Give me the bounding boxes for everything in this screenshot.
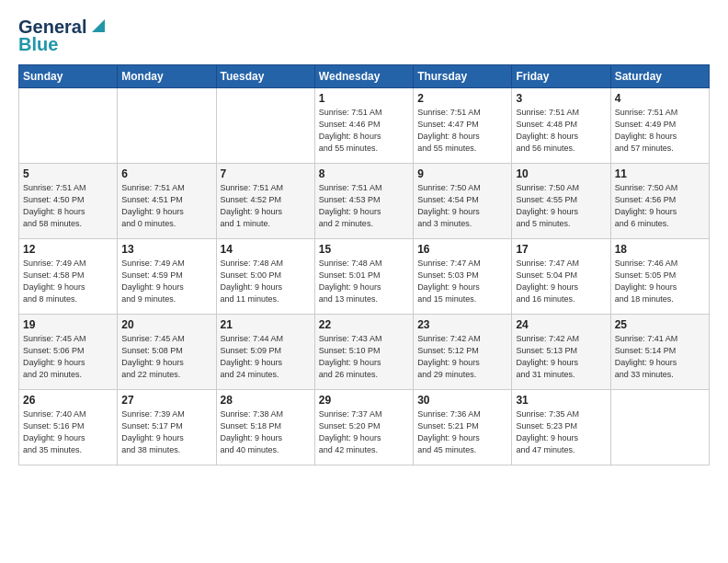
calendar-week-row: 19Sunrise: 7:45 AM Sunset: 5:06 PM Dayli…: [19, 315, 710, 390]
calendar-cell: [19, 88, 118, 164]
calendar-cell: 11Sunrise: 7:50 AM Sunset: 4:56 PM Dayli…: [610, 164, 709, 239]
calendar-cell: [216, 88, 314, 164]
day-info: Sunrise: 7:50 AM Sunset: 4:54 PM Dayligh…: [417, 182, 507, 230]
day-number: 29: [319, 394, 409, 407]
weekday-header: Wednesday: [314, 65, 413, 88]
day-number: 15: [319, 243, 409, 256]
calendar-cell: 14Sunrise: 7:48 AM Sunset: 5:00 PM Dayli…: [216, 239, 314, 315]
day-info: Sunrise: 7:51 AM Sunset: 4:53 PM Dayligh…: [319, 182, 409, 230]
day-info: Sunrise: 7:39 AM Sunset: 5:17 PM Dayligh…: [121, 408, 211, 456]
day-number: 12: [23, 243, 113, 256]
svg-marker-0: [92, 19, 105, 32]
calendar-cell: 25Sunrise: 7:41 AM Sunset: 5:14 PM Dayli…: [610, 315, 709, 390]
logo-blue: Blue: [18, 34, 58, 55]
calendar-cell: [610, 390, 709, 465]
calendar-cell: 8Sunrise: 7:51 AM Sunset: 4:53 PM Daylig…: [314, 164, 413, 239]
day-number: 22: [319, 318, 409, 331]
day-number: 5: [23, 167, 113, 180]
calendar-cell: 9Sunrise: 7:50 AM Sunset: 4:54 PM Daylig…: [414, 164, 512, 239]
weekday-header: Monday: [118, 65, 216, 88]
day-number: 9: [417, 167, 507, 180]
day-number: 27: [121, 394, 211, 407]
weekday-header: Sunday: [19, 65, 118, 88]
day-number: 20: [121, 318, 211, 331]
day-number: 4: [615, 92, 705, 105]
calendar-cell: 18Sunrise: 7:46 AM Sunset: 5:05 PM Dayli…: [610, 239, 709, 315]
day-number: 3: [516, 92, 606, 105]
calendar-cell: 6Sunrise: 7:51 AM Sunset: 4:51 PM Daylig…: [118, 164, 216, 239]
day-info: Sunrise: 7:37 AM Sunset: 5:20 PM Dayligh…: [319, 408, 409, 456]
calendar-cell: 12Sunrise: 7:49 AM Sunset: 4:58 PM Dayli…: [19, 239, 118, 315]
calendar-header: SundayMondayTuesdayWednesdayThursdayFrid…: [19, 65, 710, 88]
calendar-week-row: 26Sunrise: 7:40 AM Sunset: 5:16 PM Dayli…: [19, 390, 710, 465]
day-info: Sunrise: 7:49 AM Sunset: 4:58 PM Dayligh…: [23, 258, 113, 305]
day-info: Sunrise: 7:47 AM Sunset: 5:03 PM Dayligh…: [417, 258, 507, 305]
calendar-week-row: 5Sunrise: 7:51 AM Sunset: 4:50 PM Daylig…: [19, 164, 710, 239]
day-number: 31: [516, 394, 606, 407]
calendar-cell: 3Sunrise: 7:51 AM Sunset: 4:48 PM Daylig…: [512, 88, 610, 164]
day-number: 18: [615, 243, 705, 256]
calendar-week-row: 1Sunrise: 7:51 AM Sunset: 4:46 PM Daylig…: [19, 88, 710, 164]
day-number: 10: [516, 167, 606, 180]
calendar-cell: 29Sunrise: 7:37 AM Sunset: 5:20 PM Dayli…: [314, 390, 413, 465]
weekday-header: Friday: [512, 65, 610, 88]
calendar-cell: 23Sunrise: 7:42 AM Sunset: 5:12 PM Dayli…: [414, 315, 512, 390]
day-info: Sunrise: 7:36 AM Sunset: 5:21 PM Dayligh…: [417, 408, 507, 456]
day-info: Sunrise: 7:38 AM Sunset: 5:18 PM Dayligh…: [221, 408, 311, 456]
day-info: Sunrise: 7:44 AM Sunset: 5:09 PM Dayligh…: [221, 333, 311, 381]
day-info: Sunrise: 7:47 AM Sunset: 5:04 PM Dayligh…: [516, 258, 606, 305]
day-info: Sunrise: 7:51 AM Sunset: 4:52 PM Dayligh…: [221, 182, 311, 230]
calendar-cell: 4Sunrise: 7:51 AM Sunset: 4:49 PM Daylig…: [610, 88, 709, 164]
calendar-week-row: 12Sunrise: 7:49 AM Sunset: 4:58 PM Dayli…: [19, 239, 710, 315]
calendar-cell: 26Sunrise: 7:40 AM Sunset: 5:16 PM Dayli…: [19, 390, 118, 465]
day-number: 11: [615, 167, 705, 180]
day-info: Sunrise: 7:42 AM Sunset: 5:12 PM Dayligh…: [417, 333, 507, 381]
calendar-table: SundayMondayTuesdayWednesdayThursdayFrid…: [18, 64, 710, 465]
calendar-cell: 10Sunrise: 7:50 AM Sunset: 4:55 PM Dayli…: [512, 164, 610, 239]
calendar-cell: 20Sunrise: 7:45 AM Sunset: 5:08 PM Dayli…: [118, 315, 216, 390]
calendar-cell: 1Sunrise: 7:51 AM Sunset: 4:46 PM Daylig…: [314, 88, 413, 164]
calendar-cell: 30Sunrise: 7:36 AM Sunset: 5:21 PM Dayli…: [414, 390, 512, 465]
calendar-cell: 5Sunrise: 7:51 AM Sunset: 4:50 PM Daylig…: [19, 164, 118, 239]
calendar-cell: 21Sunrise: 7:44 AM Sunset: 5:09 PM Dayli…: [216, 315, 314, 390]
calendar-cell: 16Sunrise: 7:47 AM Sunset: 5:03 PM Dayli…: [414, 239, 512, 315]
day-info: Sunrise: 7:50 AM Sunset: 4:55 PM Dayligh…: [516, 182, 606, 230]
header: General Blue: [18, 17, 710, 55]
day-number: 30: [417, 394, 507, 407]
day-info: Sunrise: 7:48 AM Sunset: 5:01 PM Dayligh…: [319, 258, 409, 305]
calendar-body: 1Sunrise: 7:51 AM Sunset: 4:46 PM Daylig…: [19, 88, 710, 465]
day-info: Sunrise: 7:51 AM Sunset: 4:50 PM Dayligh…: [23, 182, 113, 230]
logo: General Blue: [18, 17, 105, 55]
day-info: Sunrise: 7:51 AM Sunset: 4:49 PM Dayligh…: [615, 107, 705, 155]
day-number: 24: [516, 318, 606, 331]
calendar-cell: [118, 88, 216, 164]
weekday-header: Saturday: [610, 65, 709, 88]
day-info: Sunrise: 7:51 AM Sunset: 4:47 PM Dayligh…: [417, 107, 507, 155]
day-number: 2: [417, 92, 507, 105]
day-number: 1: [319, 92, 409, 105]
day-number: 13: [121, 243, 211, 256]
day-info: Sunrise: 7:50 AM Sunset: 4:56 PM Dayligh…: [615, 182, 705, 230]
day-number: 28: [221, 394, 311, 407]
day-info: Sunrise: 7:46 AM Sunset: 5:05 PM Dayligh…: [615, 258, 705, 305]
day-info: Sunrise: 7:51 AM Sunset: 4:48 PM Dayligh…: [516, 107, 606, 155]
logo-triangle-icon: [88, 17, 105, 34]
day-info: Sunrise: 7:51 AM Sunset: 4:46 PM Dayligh…: [319, 107, 409, 155]
day-number: 16: [417, 243, 507, 256]
weekday-row: SundayMondayTuesdayWednesdayThursdayFrid…: [19, 65, 710, 88]
page: General Blue SundayMondayTuesdayWednesda…: [0, 0, 728, 563]
day-info: Sunrise: 7:43 AM Sunset: 5:10 PM Dayligh…: [319, 333, 409, 381]
calendar-cell: 15Sunrise: 7:48 AM Sunset: 5:01 PM Dayli…: [314, 239, 413, 315]
day-number: 19: [23, 318, 113, 331]
calendar-cell: 22Sunrise: 7:43 AM Sunset: 5:10 PM Dayli…: [314, 315, 413, 390]
day-info: Sunrise: 7:41 AM Sunset: 5:14 PM Dayligh…: [615, 333, 705, 381]
day-info: Sunrise: 7:45 AM Sunset: 5:06 PM Dayligh…: [23, 333, 113, 381]
weekday-header: Thursday: [414, 65, 512, 88]
day-number: 25: [615, 318, 705, 331]
day-info: Sunrise: 7:40 AM Sunset: 5:16 PM Dayligh…: [23, 408, 113, 456]
calendar-cell: 7Sunrise: 7:51 AM Sunset: 4:52 PM Daylig…: [216, 164, 314, 239]
day-number: 23: [417, 318, 507, 331]
day-number: 26: [23, 394, 113, 407]
calendar-cell: 17Sunrise: 7:47 AM Sunset: 5:04 PM Dayli…: [512, 239, 610, 315]
day-info: Sunrise: 7:48 AM Sunset: 5:00 PM Dayligh…: [221, 258, 311, 305]
